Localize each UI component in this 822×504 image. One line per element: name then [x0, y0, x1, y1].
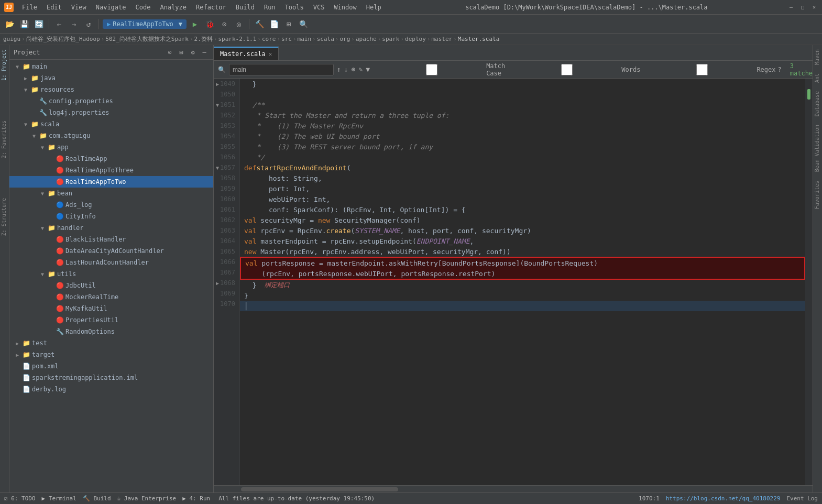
side-label-favorites[interactable]: Favorites	[813, 177, 822, 213]
tree-item-utils[interactable]: ▼ 📁 utils	[9, 268, 213, 280]
project-hide-btn[interactable]: —	[200, 48, 209, 57]
revert-button[interactable]: ↺	[82, 18, 95, 30]
menu-refactor[interactable]: Refactor	[192, 3, 231, 12]
search-everywhere-button[interactable]: 🔍	[297, 18, 310, 30]
left-tab-favorites[interactable]: 2: Favorites	[0, 116, 9, 162]
open-file-button[interactable]: 📄	[268, 18, 280, 30]
tree-item-comatguigu[interactable]: ▼ 📁 com.atguigu	[9, 130, 213, 141]
bc-guigu[interactable]: guigu	[3, 36, 20, 42]
tree-item-bean[interactable]: ▼ 📁 bean	[9, 188, 213, 199]
tree-item-test[interactable]: ▶ 📁 test	[9, 337, 213, 349]
bc-scala[interactable]: scala	[317, 36, 334, 42]
tree-item-pom[interactable]: 📄 pom.xml	[9, 360, 213, 372]
bc-core[interactable]: core	[262, 36, 276, 42]
line-1058[interactable]: 1058	[214, 173, 239, 183]
bc-deploy[interactable]: deploy	[405, 36, 426, 42]
side-label-maven[interactable]: Maven	[813, 45, 822, 69]
match-case-checkbox[interactable]	[379, 64, 484, 75]
menu-vcs[interactable]: VCS	[309, 3, 329, 12]
event-log-button[interactable]: Event Log	[786, 495, 818, 502]
line-1055[interactable]: 1055	[214, 141, 239, 152]
build-button[interactable]: 🔨	[253, 18, 266, 30]
left-tab-project[interactable]: 1: Project	[0, 45, 9, 85]
project-collapse-btn[interactable]: ⊟	[177, 48, 186, 57]
left-tab-structure[interactable]: Z: Structure	[0, 194, 9, 240]
tree-item-derby[interactable]: 📄 derby.log	[9, 384, 213, 395]
open-button[interactable]: 📂	[3, 18, 16, 30]
menu-help[interactable]: Help	[362, 3, 386, 12]
line-1053[interactable]: 1053	[214, 120, 239, 131]
tree-item-log4j[interactable]: 🔧 log4j.properties	[9, 107, 213, 118]
line-1051[interactable]: ▼1051	[214, 100, 239, 110]
tree-item-realtimeapptothree[interactable]: 🔴 RealTimeAppToThree	[9, 165, 213, 176]
words-checkbox[interactable]	[514, 64, 619, 75]
line-1049[interactable]: ▶1049	[214, 79, 239, 89]
find-filter-button[interactable]: ▼	[366, 64, 370, 75]
tree-item-realtimeapp[interactable]: 🔴 RealTimeApp	[9, 153, 213, 165]
code-content[interactable]: } /** * Start the Master and return a th…	[240, 79, 805, 485]
tree-item-config[interactable]: 🔧 config.properties	[9, 95, 213, 107]
bc-main[interactable]: main	[298, 36, 312, 42]
line-1066[interactable]: 1066	[214, 257, 239, 267]
tree-item-mockerrealtime[interactable]: 🔴 MockerRealTime	[9, 291, 213, 303]
bc-apache[interactable]: apache	[356, 36, 377, 42]
menu-code[interactable]: Code	[131, 3, 155, 12]
find-next-button[interactable]: ↓	[344, 64, 348, 75]
tree-item-main[interactable]: ▼ 📁 main	[9, 61, 213, 72]
minimize-button[interactable]: —	[787, 4, 795, 11]
line-1070[interactable]: 1070	[214, 299, 239, 309]
menu-run[interactable]: Run	[260, 3, 280, 12]
line-1050[interactable]: 1050	[214, 89, 239, 100]
line-1059[interactable]: 1059	[214, 183, 239, 194]
line-1063[interactable]: 1063	[214, 225, 239, 236]
side-label-database[interactable]: Database	[813, 87, 822, 120]
menu-file[interactable]: File	[18, 3, 41, 12]
tree-item-target[interactable]: ▶ 📁 target	[9, 349, 213, 360]
line-1060[interactable]: 1060	[214, 194, 239, 204]
bc-spark2[interactable]: spark	[382, 36, 399, 42]
forward-button[interactable]: →	[68, 18, 80, 30]
statusbar-enterprise-icon[interactable]: ☕ Java Enterprise	[117, 495, 177, 502]
line-1061[interactable]: 1061	[214, 204, 239, 215]
close-button[interactable]: ✕	[810, 4, 818, 11]
tab-close-button[interactable]: ✕	[269, 51, 272, 58]
statusbar-url[interactable]: https://blog.csdn.net/qq_40180229	[666, 495, 781, 502]
line-1054[interactable]: 1054	[214, 131, 239, 141]
find-input[interactable]	[229, 64, 334, 75]
tree-item-scala[interactable]: ▼ 📁 scala	[9, 118, 213, 130]
statusbar-terminal-icon[interactable]: ▶ Terminal	[42, 495, 76, 502]
menu-tools[interactable]: Tools	[281, 3, 308, 12]
tree-item-propertiesutil[interactable]: 🔴 PropertiesUtil	[9, 314, 213, 326]
line-1056[interactable]: 1056	[214, 152, 239, 162]
regex-option[interactable]: Regex ?	[646, 63, 784, 76]
line-1068[interactable]: ▶1068	[214, 278, 239, 288]
bc-master[interactable]: master	[431, 36, 452, 42]
run-button[interactable]: ▶	[189, 18, 201, 30]
tree-item-realtimeapptotwo[interactable]: 🔴 RealTimeAppToTwo	[9, 176, 213, 188]
tree-item-java[interactable]: ▶ 📁 java	[9, 72, 213, 84]
find-replace-button[interactable]: ✎	[358, 64, 363, 75]
menu-window[interactable]: Window	[330, 3, 360, 12]
bc-spark211[interactable]: spark-2.1.1	[218, 36, 256, 42]
project-settings-btn[interactable]: ⚙	[188, 48, 198, 57]
regex-checkbox[interactable]	[650, 64, 754, 75]
project-scope-btn[interactable]: ⊙	[165, 48, 174, 57]
line-1052[interactable]: 1052	[214, 110, 239, 120]
match-case-option[interactable]: Match Case	[376, 61, 508, 78]
tree-item-cityinfo[interactable]: 🔵 CityInfo	[9, 211, 213, 222]
menu-analyze[interactable]: Analyze	[156, 3, 191, 12]
bc-spark[interactable]: 502_尚硅谷大数据技术之Spark	[105, 35, 189, 43]
side-label-ant[interactable]: Ant	[813, 69, 822, 87]
statusbar-todo-icon[interactable]: ☑ 6: TODO	[4, 495, 36, 502]
line-1065[interactable]: 1065	[214, 246, 239, 257]
tree-item-lasthourhandler[interactable]: 🔴 LastHourAdCountHandler	[9, 257, 213, 268]
line-1062[interactable]: 1062	[214, 215, 239, 225]
tree-item-handler[interactable]: ▼ 📁 handler	[9, 222, 213, 234]
find-prev-button[interactable]: ↑	[337, 64, 341, 75]
maximize-button[interactable]: □	[799, 4, 806, 11]
tree-item-resources[interactable]: ▼ 📁 resources	[9, 84, 213, 95]
tab-master-scala[interactable]: Master.scala ✕	[214, 47, 279, 60]
h-scrollbar-thumb[interactable]	[241, 487, 398, 491]
debug-button[interactable]: 🐞	[203, 18, 216, 30]
words-option[interactable]: Words	[511, 63, 643, 76]
